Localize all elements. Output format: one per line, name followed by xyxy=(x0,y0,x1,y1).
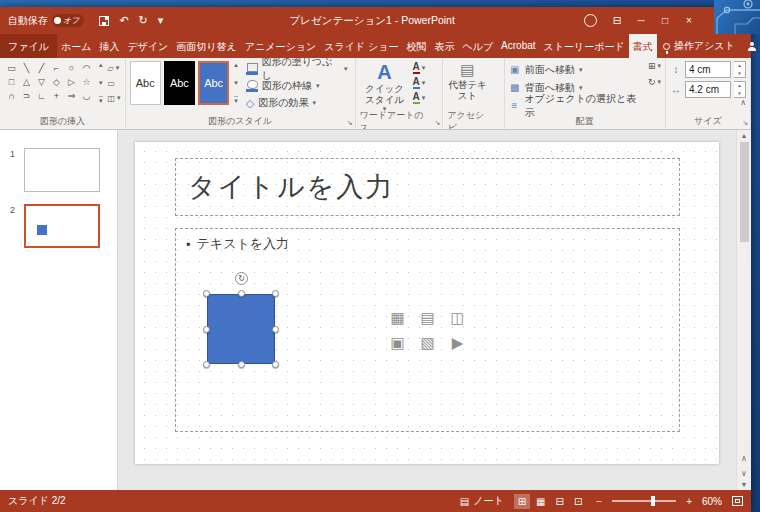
shape-rect-icon[interactable]: ▭ xyxy=(4,61,19,75)
shape-bracket-icon[interactable]: ⊃ xyxy=(19,89,34,103)
bring-forward-button[interactable]: ▣ 前面へ移動 ▾ xyxy=(509,61,643,78)
shape-style-preview-3-selected[interactable]: Abc xyxy=(198,61,229,105)
stepper-down-icon[interactable]: ▾ xyxy=(734,90,745,98)
rotate-objects-button[interactable]: ↻▾ xyxy=(648,77,661,87)
normal-view-button[interactable]: ⊞ xyxy=(514,494,530,509)
tab-storyboard[interactable]: ストーリーボード xyxy=(540,34,629,58)
gallery-more-icon[interactable]: ▾ xyxy=(99,96,103,105)
text-fill-button[interactable]: A▾ xyxy=(413,61,426,74)
text-box-button[interactable]: ▭ xyxy=(108,76,121,90)
resize-handle-nw[interactable] xyxy=(203,290,210,297)
slideshow-view-button[interactable]: ⊡ xyxy=(570,494,586,509)
shape-oval-icon[interactable]: ○ xyxy=(64,61,79,75)
tab-insert[interactable]: 挿入 xyxy=(95,34,123,58)
autosave-pill[interactable]: オフ xyxy=(52,14,84,27)
text-effects-button[interactable]: A▾ xyxy=(413,91,426,104)
shape-arrow-icon[interactable]: ⇒ xyxy=(64,89,79,103)
dialog-launcher-icon[interactable]: ↘ xyxy=(742,119,748,126)
insert-chart-icon[interactable]: ▤ xyxy=(416,307,440,329)
scroll-down-icon[interactable]: ▼ xyxy=(741,481,748,488)
tab-slideshow[interactable]: スライド ショー xyxy=(320,34,402,58)
resize-handle-sw[interactable] xyxy=(203,361,210,368)
shape-angle-icon[interactable]: ∟ xyxy=(34,89,49,103)
shape-style-preview-1[interactable]: Abc xyxy=(130,61,161,105)
tab-review[interactable]: 校閲 xyxy=(402,34,430,58)
title-placeholder[interactable]: タイトルを入力 xyxy=(175,158,680,216)
zoom-out-button[interactable]: − xyxy=(596,496,602,507)
slide-thumbnail-2-selected[interactable] xyxy=(24,204,100,248)
share-button[interactable] xyxy=(741,34,760,58)
maximize-button[interactable]: □ xyxy=(653,15,677,26)
insert-smartart-icon[interactable]: ◫ xyxy=(446,307,470,329)
shape-square-icon[interactable]: □ xyxy=(4,75,19,89)
resize-handle-ne[interactable] xyxy=(272,290,279,297)
stepper-up-icon[interactable]: ▴ xyxy=(734,62,745,70)
slide-thumbnail-row-2[interactable]: 2 xyxy=(0,200,117,256)
shape-arc2-icon[interactable]: ∩ xyxy=(4,89,19,103)
zoom-level[interactable]: 60% xyxy=(702,496,722,507)
zoom-slider-thumb[interactable] xyxy=(651,496,655,506)
gallery-down-icon[interactable]: ▾ xyxy=(99,79,103,87)
gallery-up-icon[interactable]: ▴ xyxy=(99,61,103,69)
align-objects-button[interactable]: ⊞▾ xyxy=(648,61,661,71)
tab-acrobat[interactable]: Acrobat xyxy=(497,34,539,58)
shape-triangle-icon[interactable]: △ xyxy=(19,75,34,89)
height-stepper[interactable]: ▴▾ xyxy=(734,61,746,78)
redo-button[interactable]: ↻ xyxy=(139,14,148,27)
shape-triangle-right-icon[interactable]: ▷ xyxy=(64,75,79,89)
tab-file[interactable]: ファイル xyxy=(0,34,57,58)
shape-line2-icon[interactable]: ╱ xyxy=(34,61,49,75)
customize-qat-button[interactable]: ▾ xyxy=(158,14,164,27)
shape-fill-button[interactable]: 図形の塗りつぶし ▾ xyxy=(243,61,351,77)
undo-button[interactable]: ↶ xyxy=(119,14,128,27)
close-button[interactable]: × xyxy=(677,15,701,26)
shape-star-icon[interactable]: ☆ xyxy=(79,75,94,89)
slide-thumbnail-1[interactable] xyxy=(24,148,100,192)
next-slide-button[interactable]: ∨ xyxy=(741,466,747,481)
shape-elbow-icon[interactable]: ⌐ xyxy=(49,61,64,75)
alt-text-button[interactable]: ▤ 代替テキスト xyxy=(447,61,487,101)
rotation-handle[interactable]: ↻ xyxy=(235,272,248,285)
zoom-in-button[interactable]: + xyxy=(686,496,692,507)
edit-shape-button[interactable]: ▱▾ xyxy=(108,61,121,75)
reading-view-button[interactable]: ⊟ xyxy=(552,494,568,509)
stepper-down-icon[interactable]: ▾ xyxy=(734,70,745,78)
shape-width-input[interactable] xyxy=(685,81,731,98)
insert-table-icon[interactable]: ▦ xyxy=(386,307,410,329)
zoom-slider[interactable] xyxy=(612,500,676,502)
resize-handle-s[interactable] xyxy=(238,361,245,368)
stepper-up-icon[interactable]: ▴ xyxy=(734,82,745,90)
autosave-toggle[interactable]: 自動保存 オフ xyxy=(8,14,84,28)
resize-handle-e[interactable] xyxy=(272,326,279,333)
ribbon-display-options-icon[interactable]: ⊟ xyxy=(605,15,629,26)
text-outline-button[interactable]: A▾ xyxy=(413,76,426,89)
notes-button[interactable]: ▤ ノート xyxy=(460,494,504,508)
shape-line-icon[interactable]: ╲ xyxy=(19,61,34,75)
tab-view[interactable]: 表示 xyxy=(430,34,458,58)
tab-transitions[interactable]: 画面切り替え xyxy=(172,34,240,58)
selection-pane-button[interactable]: ≡ オブジェクトの選択と表示 xyxy=(509,97,643,114)
gallery-more-icon[interactable]: ▾ xyxy=(234,96,238,105)
shape-gallery[interactable]: ▭ ╲ ╱ ⌐ ○ ◠ □ △ ▽ ◇ ▷ ☆ ∩ ⊃ ∟ xyxy=(4,61,94,103)
shape-plus-icon[interactable]: + xyxy=(49,89,64,103)
gallery-down-icon[interactable]: ▾ xyxy=(234,79,238,87)
width-stepper[interactable]: ▴▾ xyxy=(734,81,746,98)
insert-video-icon[interactable]: ▶ xyxy=(446,332,470,354)
gallery-up-icon[interactable]: ▴ xyxy=(234,61,238,69)
insert-picture-icon[interactable]: ▣ xyxy=(386,332,410,354)
slide-canvas[interactable]: タイトルを入力 • テキストを入力 ▦ ▤ ◫ ▣ ▧ xyxy=(135,142,719,464)
shape-arc3-icon[interactable]: ◡ xyxy=(79,89,94,103)
scroll-up-icon[interactable]: ▲ xyxy=(741,132,748,139)
shape-effects-button[interactable]: ◇ 図形の効果 ▾ xyxy=(243,95,351,111)
scrollbar-thumb[interactable] xyxy=(740,142,749,242)
tab-design[interactable]: デザイン xyxy=(123,34,172,58)
shape-outline-button[interactable]: 図形の枠線 ▾ xyxy=(243,78,351,94)
previous-slide-button[interactable]: ∧ xyxy=(741,451,747,466)
tab-format[interactable]: 書式 xyxy=(629,34,657,58)
shape-arc-icon[interactable]: ◠ xyxy=(79,61,94,75)
merge-shapes-button[interactable]: ◫▾ xyxy=(108,91,121,105)
shape-diamond-icon[interactable]: ◇ xyxy=(49,75,64,89)
tell-me-button[interactable]: 操作アシスト xyxy=(657,34,741,58)
dialog-launcher-icon[interactable]: ↘ xyxy=(347,119,353,126)
collapse-ribbon-icon[interactable]: ∧ xyxy=(740,98,746,107)
